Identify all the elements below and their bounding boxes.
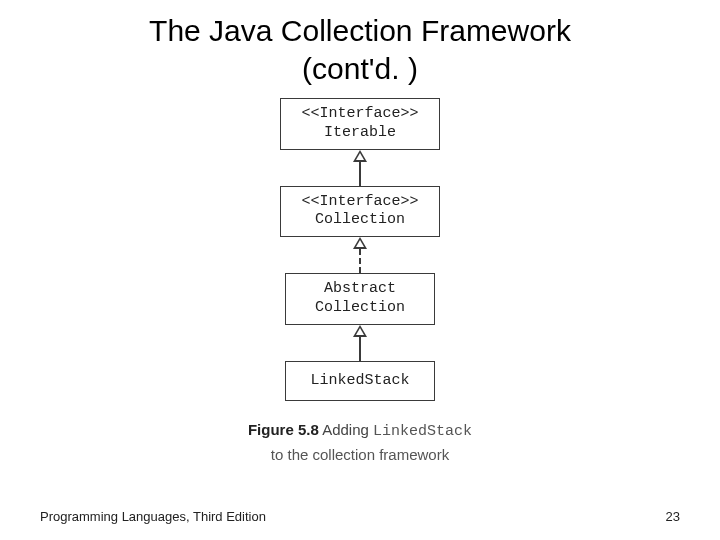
figure-ref: Figure 5.8 (248, 421, 319, 438)
arrow-collection-abstract (353, 237, 367, 273)
arrow-abstract-linkedstack (353, 325, 367, 361)
caption-mono: LinkedStack (373, 423, 472, 440)
triangle-up-icon (353, 325, 367, 337)
caption-lead: Adding (322, 421, 369, 438)
triangle-up-icon (353, 237, 367, 249)
arrow-iterable-collection (353, 150, 367, 186)
class-name: LinkedStack (306, 372, 414, 391)
slide-title: The Java Collection Framework (cont'd. ) (0, 0, 720, 87)
node-linkedstack: LinkedStack (285, 361, 435, 402)
node-iterable: <<Interface>> Iterable (280, 98, 439, 150)
class-name: Iterable (301, 124, 418, 143)
triangle-up-icon (353, 150, 367, 162)
stereotype-label: <<Interface>> (301, 105, 418, 124)
node-collection: <<Interface>> Collection (280, 186, 439, 238)
page-number: 23 (666, 509, 680, 524)
title-line-1: The Java Collection Framework (149, 14, 571, 47)
dashed-line (359, 249, 361, 273)
solid-line (359, 337, 361, 361)
class-name-line2: Collection (306, 299, 414, 318)
class-name: Collection (301, 211, 418, 230)
class-name-line1: Abstract (306, 280, 414, 299)
slide: The Java Collection Framework (cont'd. )… (0, 0, 720, 540)
solid-line (359, 162, 361, 186)
title-line-2: (cont'd. ) (302, 52, 418, 85)
caption-line2: to the collection framework (271, 446, 449, 463)
footer-book-title: Programming Languages, Third Edition (40, 509, 266, 524)
uml-diagram: <<Interface>> Iterable <<Interface>> Col… (0, 98, 720, 466)
stereotype-label: <<Interface>> (301, 193, 418, 212)
node-abstract-collection: Abstract Collection (285, 273, 435, 325)
figure-caption: Figure 5.8 Adding LinkedStack to the col… (248, 419, 472, 466)
